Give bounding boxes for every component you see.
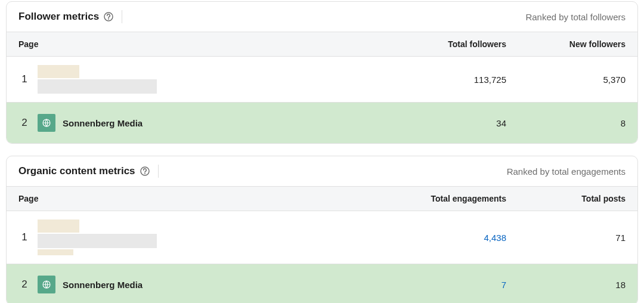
redacted-bar [38,79,157,94]
redacted-bar [38,234,157,248]
ranked-by-label: Ranked by total followers [525,12,626,22]
total-followers-value: 113,725 [387,75,506,85]
organic-content-metrics-panel: Organic content metrics Ranked by total … [6,156,638,303]
panel-header-left: Organic content metrics [18,165,159,178]
page-cell: 1 [18,65,387,94]
table-header: Page Total engagements Total posts [7,186,637,211]
page-name: Sonnenberg Media [63,280,143,290]
svg-point-1 [108,18,109,20]
col-new-followers: New followers [506,39,626,49]
panel-header-left: Follower metrics [18,10,122,23]
col-page: Page [18,194,387,203]
redacted-bar [38,65,79,78]
avatar [38,276,55,293]
svg-point-4 [144,173,145,174]
divider [122,10,122,23]
panel-title: Follower metrics [18,11,99,23]
new-followers-value: 8 [506,118,626,128]
new-followers-value: 5,370 [506,75,626,85]
ranked-by-label: Ranked by total engagements [507,166,626,177]
page-cell: 2 Sonnenberg Media [18,276,387,293]
col-total-posts: Total posts [506,194,626,203]
panel-title: Organic content metrics [18,165,135,177]
rank-number: 1 [18,73,30,85]
table-row[interactable]: 2 Sonnenberg Media 34 8 [7,103,637,143]
total-engagements-value[interactable]: 4,438 [387,233,506,243]
page-name: Sonnenberg Media [63,118,143,128]
avatar [38,114,55,132]
table-row[interactable]: 1 4,438 71 [7,211,637,264]
col-total-followers: Total followers [387,39,506,49]
total-engagements-value[interactable]: 7 [387,280,506,290]
table-row[interactable]: 1 113,725 5,370 [7,57,637,103]
panel-header: Follower metrics Ranked by total followe… [7,2,637,32]
total-followers-value: 34 [387,118,506,128]
table-header: Page Total followers New followers [7,32,637,57]
redacted-bar [38,219,79,233]
page-cell: 2 Sonnenberg Media [18,114,387,132]
follower-metrics-panel: Follower metrics Ranked by total followe… [6,1,638,144]
rank-number: 1 [18,231,30,243]
panel-header: Organic content metrics Ranked by total … [7,156,637,186]
rank-number: 2 [18,279,30,290]
total-posts-value: 71 [506,233,626,243]
redacted-competitor [38,65,157,94]
col-total-engagements: Total engagements [387,194,506,203]
help-icon[interactable] [140,166,150,176]
help-icon[interactable] [104,12,113,21]
table-row[interactable]: 2 Sonnenberg Media 7 18 [7,264,637,303]
divider [158,165,159,178]
rank-number: 2 [18,117,30,129]
total-posts-value: 18 [506,280,626,290]
col-page: Page [18,39,387,49]
redacted-competitor [38,219,157,255]
page-cell: 1 [18,219,387,255]
redacted-bar [38,249,73,255]
